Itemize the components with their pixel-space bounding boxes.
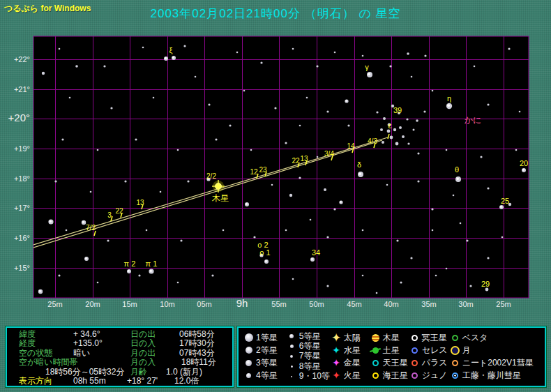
saturn-glyph [372, 347, 379, 354]
svg-text:η: η [447, 94, 451, 103]
legend-column-0: 1等星2等星3等星4等星 [243, 331, 286, 382]
svg-text:05m: 05m [197, 300, 211, 308]
info-label: 月の入 [130, 358, 156, 367]
svg-text:3/4: 3/4 [324, 150, 334, 158]
legend-column-3: 木星土星天王星海王星 [370, 331, 409, 382]
mag-glyph [246, 360, 252, 366]
mag-glyph [245, 333, 253, 342]
moon-glyph [451, 346, 460, 355]
legend-label: パラス [422, 357, 448, 369]
svg-text:25: 25 [501, 197, 509, 205]
info-value: + 34.6° [73, 330, 100, 339]
ring-icon [409, 372, 421, 379]
ring-icon [449, 360, 461, 366]
sparkle-glyph: ✦ [332, 358, 340, 368]
ring-icon [409, 335, 421, 341]
legend-label: ジュノ [422, 370, 448, 382]
mag-glyph [289, 334, 294, 338]
legend-item: 月 [449, 344, 543, 356]
info-row-1: 経度+135.0°日の入17時30分 [7, 339, 232, 348]
mag-icon [286, 365, 298, 368]
svg-text:+16°: +16° [14, 234, 30, 242]
svg-text:12: 12 [250, 168, 258, 176]
legend-label: 土星 [383, 345, 400, 356]
svg-text:ε: ε [388, 121, 392, 130]
svg-text:20: 20 [520, 159, 528, 167]
legend-item: ✦火星 [331, 369, 370, 382]
legend-column-5: ベスタ月ニート2002V1彗星工藤・藤川彗星 [449, 331, 543, 382]
legend-item: 海王星 [370, 369, 409, 382]
legend-item: ベスタ [449, 331, 543, 344]
legend-column-4: 冥王星セレスパラスジュノ [409, 331, 449, 382]
x-axis-labels: 25m20m15m10m05m9h55m50m45m40m35m30m25m [47, 297, 511, 309]
svg-text:29: 29 [481, 280, 490, 288]
mag-icon [243, 373, 255, 378]
ring-glyph [412, 335, 418, 341]
svg-text:34: 34 [312, 248, 320, 257]
info-value: 06時58分 [179, 330, 215, 339]
legend-label: ベスタ [462, 332, 488, 344]
svg-text:22: 22 [115, 207, 123, 215]
app-title: つるぷら for Windows [4, 3, 91, 15]
legend-item: 工藤・藤川彗星 [449, 369, 543, 382]
y-axis-labels: +22°+21°+20°+19°+18°+17°+16°+15° [8, 55, 30, 272]
sparkle-icon: ✦ [331, 370, 342, 380]
sparkle-icon: ✦ [331, 358, 342, 368]
svg-text:δ: δ [357, 160, 361, 169]
svg-text:+19°: +19° [14, 144, 30, 153]
svg-text:14: 14 [347, 142, 355, 150]
observation-info-panel: 緯度+ 34.6°日の出06時58分経度+135.0°日の入17時30分空の状態… [6, 326, 234, 387]
svg-text:4/3: 4/3 [368, 137, 377, 145]
legend-item: ✦水星 [331, 344, 370, 356]
svg-text:θ: θ [455, 165, 459, 174]
ring-glyph [372, 372, 379, 379]
mag-icon [243, 360, 255, 366]
mag-glyph [290, 355, 293, 358]
jupiter-glyph [372, 334, 379, 342]
legend-item: 2等星 [243, 344, 286, 356]
legend-label: 水星 [344, 345, 361, 356]
info-value: 07時43分 [179, 349, 215, 358]
mag-icon [243, 347, 255, 354]
ring-icon [409, 347, 421, 354]
legend-item: ジュノ [409, 369, 449, 382]
svg-text:23: 23 [259, 166, 267, 174]
mag-icon [286, 345, 298, 348]
legend-item: 冥王星 [409, 331, 449, 344]
mag-glyph [291, 376, 292, 377]
legend-item: 9・10等 [286, 372, 331, 382]
svg-text:45m: 45m [347, 300, 361, 308]
saturn-icon [370, 347, 382, 354]
legend-label: 月 [462, 345, 471, 356]
svg-text:+18°: +18° [14, 174, 30, 183]
svg-text:+15°: +15° [14, 264, 30, 272]
legend-item: セレス [409, 344, 449, 356]
info-row-3: 空が暗い時間帯月の入18時11分 [7, 358, 232, 367]
mag-glyph [290, 345, 294, 348]
legend-item: 天王星 [370, 356, 409, 369]
legend-label: 3等星 [256, 357, 278, 369]
legend-label: 海王星 [383, 370, 408, 382]
info-label: 月齢 [130, 368, 147, 377]
mag-glyph [291, 365, 293, 368]
svg-text:+17°: +17° [14, 204, 30, 212]
svg-text:o 1: o 1 [259, 248, 270, 257]
ring-glyph [412, 372, 418, 379]
mag-glyph [246, 373, 251, 378]
ring-icon [409, 360, 421, 366]
svg-text:9h: 9h [236, 297, 248, 309]
svg-text:γ: γ [365, 63, 369, 71]
svg-text:20m: 20m [85, 300, 100, 308]
ring-glyph [412, 347, 418, 354]
moon-icon [449, 346, 461, 355]
info-value: +135.0° [73, 339, 103, 348]
mag-icon [243, 333, 255, 342]
star-chart[interactable]: 7/2322132/2122322133/4144/3木星ξγη39εδθ202… [0, 0, 551, 321]
ring-glyph [412, 360, 418, 366]
ring-icon [449, 335, 461, 341]
info-row-4: 18時56分～05時32分月齢1.0 (新月) [7, 368, 232, 377]
legend-label: ニート2002V1彗星 [462, 357, 534, 369]
legend-label: 9・10等 [299, 370, 330, 382]
legend-item: ✦金星 [331, 356, 370, 369]
mag-icon [286, 334, 298, 338]
